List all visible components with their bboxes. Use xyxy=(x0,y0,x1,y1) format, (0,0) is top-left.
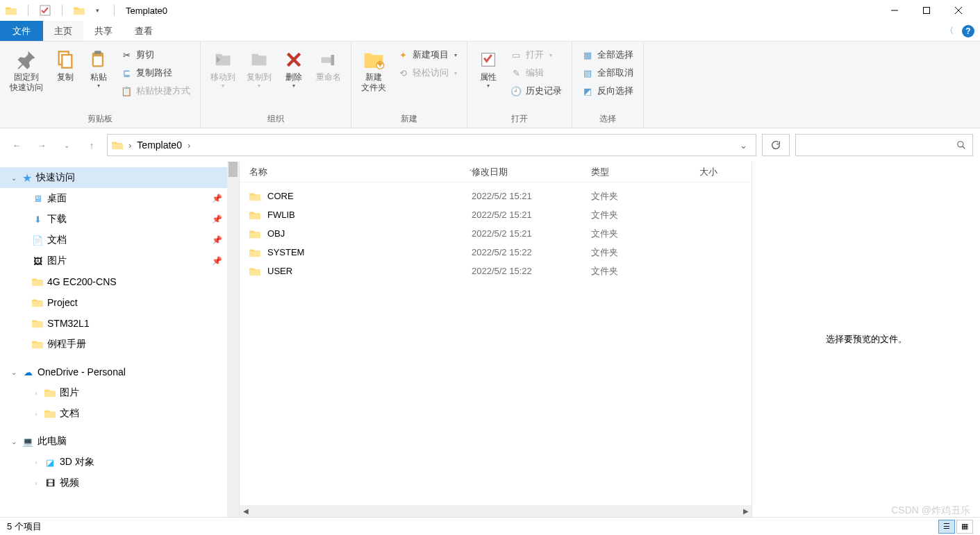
3d-objects-icon: ◪ xyxy=(44,457,56,468)
folder-icon xyxy=(32,339,43,350)
column-name[interactable]: 名称ˆ xyxy=(249,166,472,178)
ribbon-group-clipboard: 固定到 快速访问 复制 粘贴 ▾ ✂剪切 ⊑复制路径 📋粘贴快捷方式 剪贴板 xyxy=(0,42,201,128)
paste-shortcut-button[interactable]: 📋粘贴快捷方式 xyxy=(118,83,193,99)
qat-folder-icon[interactable] xyxy=(74,5,85,16)
collapse-ribbon-icon[interactable]: 〈 xyxy=(945,25,954,37)
paste-button[interactable]: 粘贴 ▾ xyxy=(82,44,115,89)
copy-to-button[interactable]: 复制到▾ xyxy=(241,44,277,89)
pin-icon: 📌 xyxy=(212,256,222,266)
copy-path-button[interactable]: ⊑复制路径 xyxy=(118,65,193,80)
properties-icon xyxy=(477,49,499,71)
tree-3d-objects[interactable]: ›◪3D 对象 xyxy=(0,452,239,473)
tree-documents[interactable]: 📄文档📌 xyxy=(0,230,239,250)
new-item-button[interactable]: ✦新建项目▾ xyxy=(395,47,460,62)
tree-folder-1[interactable]: 4G EC200-CNS xyxy=(0,271,239,292)
folder-icon xyxy=(112,139,123,151)
preview-hint: 选择要预览的文件。 xyxy=(826,333,907,346)
tree-folder-4[interactable]: 例程手册 xyxy=(0,334,239,355)
breadcrumb-item[interactable]: Template0 xyxy=(137,139,182,151)
forward-button[interactable]: → xyxy=(32,135,51,155)
tab-file[interactable]: 文件 xyxy=(0,21,43,41)
easy-access-button[interactable]: ⟲轻松访问▾ xyxy=(395,65,460,80)
folder-icon xyxy=(32,297,43,308)
tab-share[interactable]: 共享 xyxy=(83,21,124,41)
delete-button[interactable]: 删除▾ xyxy=(277,44,310,89)
column-type[interactable]: 类型 xyxy=(591,166,699,178)
tree-onedrive[interactable]: ⌄☁OneDrive - Personal xyxy=(0,362,239,382)
maximize-button[interactable] xyxy=(911,0,942,21)
nav-scrollbar[interactable] xyxy=(227,162,239,517)
file-row[interactable]: CORE2022/5/2 15:21文件夹 xyxy=(240,187,751,205)
invert-selection-button[interactable]: ◩反向选择 xyxy=(579,83,636,99)
move-to-button[interactable]: 移动到▾ xyxy=(205,44,241,89)
column-size[interactable]: 大小 xyxy=(699,166,751,178)
tree-pictures[interactable]: 🖼图片📌 xyxy=(0,250,239,271)
ribbon-group-organize: 移动到▾ 复制到▾ 删除▾ 重命名 组织 xyxy=(201,42,351,128)
qat-checkbox-icon[interactable] xyxy=(40,5,51,16)
chevron-right-icon[interactable]: › xyxy=(128,140,131,151)
scroll-right-icon[interactable]: ▶ xyxy=(740,505,751,517)
ribbon-tabs: 文件 主页 共享 查看 〈 ? xyxy=(0,21,980,42)
history-button[interactable]: 🕘历史记录 xyxy=(508,83,565,99)
file-row[interactable]: USER2022/5/2 15:22文件夹 xyxy=(240,262,751,280)
minimize-button[interactable] xyxy=(879,0,911,21)
view-details-button[interactable]: ☰ xyxy=(938,520,955,534)
tab-view[interactable]: 查看 xyxy=(124,21,164,41)
edit-button[interactable]: ✎编辑 xyxy=(508,65,565,80)
tab-home[interactable]: 主页 xyxy=(43,21,83,41)
tree-onedrive-documents[interactable]: ›文档 xyxy=(0,403,239,424)
file-type: 文件夹 xyxy=(591,246,699,259)
tree-folder-2[interactable]: Project xyxy=(0,292,239,313)
status-bar: 5 个项目 ☰ ▦ xyxy=(0,517,980,535)
cut-button[interactable]: ✂剪切 xyxy=(118,47,193,62)
tree-folder-3[interactable]: STM32L1 xyxy=(0,313,239,334)
recent-locations-button[interactable]: ⌄ xyxy=(57,135,76,155)
copy-button[interactable]: 复制 xyxy=(49,44,82,83)
file-date: 2022/5/2 15:21 xyxy=(472,191,591,201)
tree-videos[interactable]: ›🎞视频 xyxy=(0,473,239,493)
select-none-icon: ▧ xyxy=(582,67,593,78)
history-icon: 🕘 xyxy=(510,85,522,96)
help-icon[interactable]: ? xyxy=(962,25,974,37)
back-button[interactable]: ← xyxy=(7,135,26,155)
tree-desktop[interactable]: 🖥桌面📌 xyxy=(0,188,239,209)
preview-pane: 选择要预览的文件。 xyxy=(752,162,980,517)
pin-icon: 📌 xyxy=(212,235,222,245)
scroll-left-icon[interactable]: ◀ xyxy=(240,505,251,517)
close-button[interactable] xyxy=(942,0,974,21)
videos-icon: 🎞 xyxy=(44,477,56,489)
chevron-right-icon[interactable]: › xyxy=(188,140,190,151)
pin-to-quick-access-button[interactable]: 固定到 快速访问 xyxy=(4,44,49,93)
search-box[interactable] xyxy=(795,134,973,156)
pin-icon: 📌 xyxy=(212,214,222,224)
svg-rect-6 xyxy=(62,55,72,68)
new-folder-button[interactable]: ✦新建 文件夹 xyxy=(356,44,392,93)
separator xyxy=(114,5,115,16)
refresh-button[interactable] xyxy=(762,134,790,156)
folder-icon xyxy=(249,210,260,221)
file-row[interactable]: SYSTEM2022/5/2 15:22文件夹 xyxy=(240,243,751,262)
rename-button[interactable]: 重命名 xyxy=(310,44,347,83)
tree-downloads[interactable]: ⬇下载📌 xyxy=(0,209,239,230)
file-row[interactable]: OBJ2022/5/2 15:21文件夹 xyxy=(240,224,751,243)
properties-button[interactable]: 属性▾ xyxy=(472,44,505,89)
view-large-icons-button[interactable]: ▦ xyxy=(956,520,973,534)
tree-this-pc[interactable]: ⌄💻此电脑 xyxy=(0,431,239,452)
column-date[interactable]: 修改日期 xyxy=(472,166,591,178)
tree-quick-access[interactable]: ⌄★快速访问 xyxy=(0,167,239,188)
pin-icon: 📌 xyxy=(212,194,222,203)
tree-onedrive-pictures[interactable]: ›图片 xyxy=(0,382,239,403)
select-none-button[interactable]: ▧全部取消 xyxy=(579,65,636,80)
select-all-button[interactable]: ▦全部选择 xyxy=(579,47,636,62)
rename-icon xyxy=(317,49,340,71)
up-button[interactable]: ↑ xyxy=(82,135,101,155)
file-date: 2022/5/2 15:22 xyxy=(472,247,591,257)
qat-dropdown-icon[interactable]: ▾ xyxy=(92,5,103,16)
scissors-icon: ✂ xyxy=(121,49,132,60)
open-button[interactable]: ▭打开▾ xyxy=(508,47,565,62)
horizontal-scrollbar[interactable]: ◀ ▶ xyxy=(240,505,751,517)
file-row[interactable]: FWLIB2022/5/2 15:21文件夹 xyxy=(240,205,751,224)
folder-icon xyxy=(32,318,43,329)
address-dropdown-icon[interactable]: ⌄ xyxy=(736,140,751,151)
address-bar[interactable]: › Template0 › ⌄ xyxy=(107,134,756,156)
